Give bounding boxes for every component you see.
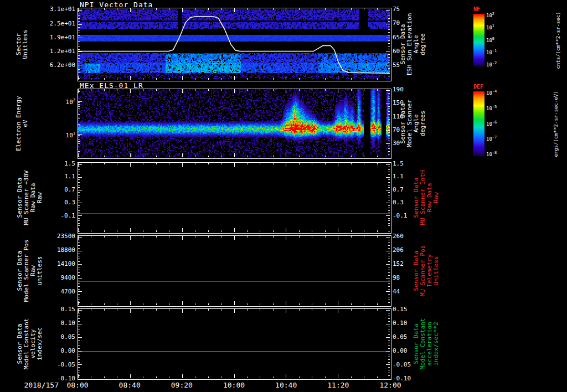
ytick-label: 0.05 [42,333,75,341]
ytick-label: 2.5e+01 [42,20,75,27]
ytick-label: 3.1e+01 [42,6,75,13]
line-plot-canvas [78,309,390,378]
y-axis-label-text: Sensor DataModel Constantvelocityindex/s… [17,318,43,369]
colorbar-tick-label: 10-8 [486,150,497,157]
right-axis-label-text: Sensor DataModel Constantaccelerationind… [413,318,440,369]
ytick-label: 1.5 [393,160,417,167]
colorbar-tick-label: 10-7 [486,135,497,142]
ytick-label: 23500 [42,233,75,240]
panel-5-plot-area [78,308,391,380]
right-axis-label-text: Sensor DataMU Scanner PosTelemetryUnitle… [413,245,440,296]
ytick-label: 190 [393,86,417,93]
ytick-label: 1.5 [42,160,75,167]
colorbar-units-label-text: ergs/(cm**2-sr-sec-eV) [553,91,559,157]
colorbar-tick-label: 10-2 [486,60,497,68]
colorbar-tick-label: 101 [486,23,494,30]
ytick-label: 0.3 [42,199,75,206]
ytick-label: 14100 [42,260,75,267]
y-axis-label-text: Sensor DataModel Scanner PosRawunitless [17,239,43,302]
ytick-label: 9400 [42,274,75,281]
panel-4-plot-area [78,235,391,307]
xtick-label: 11:20 [321,381,356,389]
colorbar-tick-label: 102 [486,11,494,18]
colorbar-tick-label: 100 [486,36,494,43]
ytick-label: 0.15 [42,306,75,313]
colorbar-units-label-text: cnts/(cm**2-sr-sec) [555,12,561,69]
ytick-label: 6.2e+00 [42,61,75,69]
panel-1-plot-area [78,8,391,81]
ytick-label: -0.1 [42,212,75,219]
y-axis-label-text: Sensor DataMU Scanner +30VRaw DataRaw [17,170,43,225]
xtick-label: 10:00 [217,381,252,389]
xtick-label: 08:40 [112,381,147,389]
ytick-label: 75 [393,6,417,13]
date-label: 2018/157 [16,381,59,389]
panel-3-plot-area [78,162,391,234]
xtick-label: 08:00 [60,381,95,389]
panel-2-plot-area [78,89,391,159]
xtick-label: 09:20 [164,381,199,389]
ytick-label: 1.2e+01 [42,48,75,55]
right-axis-label-text: Sensor DataMU Scanner IntHRaw DataRaw [413,170,440,225]
colorbar-def [473,91,484,156]
y-axis-label-text: Electron EnergyeV [16,96,29,151]
colorbar-tick-label: 10-4 [486,89,497,96]
y-axis-label-text: SectorUnitless [16,29,29,59]
colorbar-tick-label: 10-6 [486,120,497,127]
ytick-label: 18800 [42,246,75,254]
colorbar-nf [473,14,484,66]
ytick-label: 102 [42,97,75,106]
xtick-label: 12:00 [373,381,408,389]
ytick-label: 0.10 [42,319,75,327]
line-plot-canvas [78,163,390,232]
ytick-label: 101 [42,130,75,139]
spectrogram-canvas [78,89,390,157]
ytick-label: 0.00 [42,347,75,354]
ytick-label: 0.15 [393,306,417,313]
xtick-label: 10:40 [269,381,304,389]
ytick-label: -0.05 [42,361,75,368]
colorbar-title: DEF [473,84,483,90]
ytick-label: 1.9e+01 [42,34,75,41]
ytick-label: 1.1 [42,173,75,180]
colorbar-tick-label: 10-1 [486,48,497,55]
right-axis-label-text: Sensor DataModel ScannerAngledegrees [400,99,426,147]
colorbar-tick-label: 10-5 [486,104,497,111]
ytick-label: 4700 [42,288,75,295]
spectrogram-canvas [78,8,390,80]
tplot-figure: NPI Vector Data MEx ELS-01 LR 2018/157 3… [0,0,567,392]
line-plot-canvas [78,236,390,305]
colorbar-title: NF [473,6,480,12]
ytick-label: 0.7 [42,186,75,193]
right-axis-label-text: Sensor DataESH Sun ElevationAngledegree [400,13,426,75]
ytick-label: 260 [393,233,417,240]
